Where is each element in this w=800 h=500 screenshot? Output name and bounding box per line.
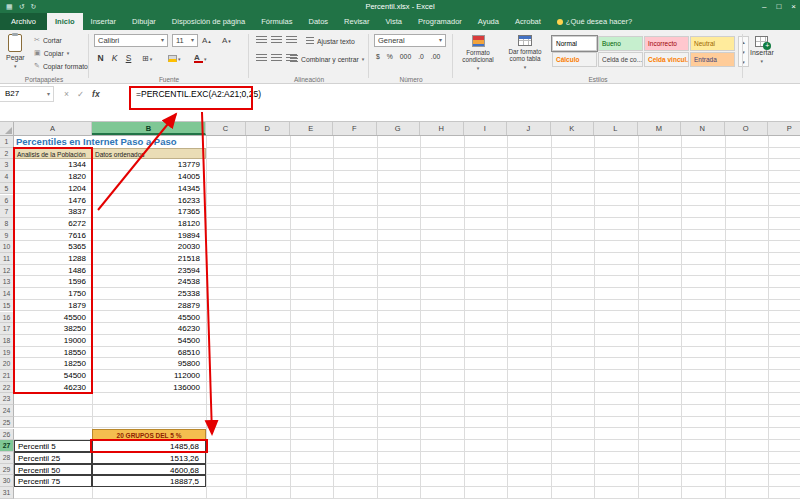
number-format-combo[interactable]: General ▾ xyxy=(374,34,446,47)
row-header-28[interactable]: 28 xyxy=(0,452,14,464)
cell-B4[interactable]: 14005 xyxy=(92,171,206,183)
cell-A11[interactable]: 1288 xyxy=(14,253,92,265)
row-header-23[interactable]: 23 xyxy=(0,393,14,405)
cell-A27-percentile-label[interactable]: Percentil 5 xyxy=(14,440,92,452)
bold-button[interactable]: N xyxy=(94,52,107,65)
ribbon-tab-f-rmulas[interactable]: Fórmulas xyxy=(253,13,300,30)
cell-B6[interactable]: 16233 xyxy=(92,195,206,207)
ribbon-tab-disposici-n-de-p-gina[interactable]: Disposición de página xyxy=(164,13,253,30)
cell-A18[interactable]: 19000 xyxy=(14,335,92,347)
decrease-font-button[interactable]: A▾ xyxy=(222,34,231,47)
format-painter-button[interactable]: ✎ Copiar formato xyxy=(34,62,88,70)
cell-B30-percentile-value[interactable]: 18887,5 xyxy=(92,475,206,487)
ribbon-tab-dibujar[interactable]: Dibujar xyxy=(124,13,164,30)
cell-style-neutral[interactable]: Neutral xyxy=(690,36,735,51)
name-box[interactable]: B27 ▾ xyxy=(0,86,54,102)
cell-B26-group-header[interactable]: 20 GRUPOS DEL 5 % xyxy=(92,429,206,441)
maximize-button[interactable]: □ xyxy=(776,0,781,13)
cell-B13[interactable]: 24538 xyxy=(92,276,206,288)
cell-B16[interactable]: 45500 xyxy=(92,312,206,324)
increase-decimal-button[interactable]: .0 xyxy=(418,53,424,60)
row-header-13[interactable]: 13 xyxy=(0,276,14,288)
paste-button[interactable]: Pegar ▾ xyxy=(6,34,25,69)
cell-A10[interactable]: 5365 xyxy=(14,241,92,253)
ribbon-tab-programador[interactable]: Programador xyxy=(410,13,470,30)
cell-style-c-lculo[interactable]: Cálculo xyxy=(552,52,597,67)
ribbon-tab-datos[interactable]: Datos xyxy=(300,13,336,30)
cell-A7[interactable]: 3837 xyxy=(14,206,92,218)
cell-B20[interactable]: 95800 xyxy=(92,358,206,370)
cell-style-incorrecto[interactable]: Incorrecto xyxy=(644,36,689,51)
cell-A13[interactable]: 1596 xyxy=(14,276,92,288)
row-header-14[interactable]: 14 xyxy=(0,288,14,300)
cell-B27-percentile-value[interactable]: 1485,68 xyxy=(92,440,206,452)
row-header-19[interactable]: 19 xyxy=(0,347,14,359)
minimize-button[interactable]: – xyxy=(762,0,766,13)
ribbon-tab-inicio[interactable]: Inicio xyxy=(47,13,83,30)
row-header-17[interactable]: 17 xyxy=(0,323,14,335)
column-header-J[interactable]: J xyxy=(507,122,551,135)
percent-button[interactable]: % xyxy=(387,53,393,60)
cell-A9[interactable]: 7616 xyxy=(14,230,92,242)
row-header-10[interactable]: 10 xyxy=(0,241,14,253)
merge-center-button[interactable]: Combinar y centrar ▾ xyxy=(290,55,364,63)
cell-A8[interactable]: 6272 xyxy=(14,218,92,230)
row-header-26[interactable]: 26 xyxy=(0,429,14,441)
cell-style-celda-vincul-[interactable]: Celda vincul... xyxy=(644,52,689,67)
underline-button[interactable]: S xyxy=(122,52,135,65)
column-header-K[interactable]: K xyxy=(551,122,595,135)
decrease-decimal-button[interactable]: .00 xyxy=(431,53,440,60)
cell-A29-percentile-label[interactable]: Percentil 50 xyxy=(14,464,92,476)
column-header-M[interactable]: M xyxy=(638,122,682,135)
ribbon-tab-archivo[interactable]: Archivo xyxy=(0,13,47,30)
column-header-I[interactable]: I xyxy=(464,122,508,135)
cell-B5[interactable]: 14345 xyxy=(92,183,206,195)
cell-B29-percentile-value[interactable]: 4600,68 xyxy=(92,464,206,476)
close-button[interactable]: × xyxy=(791,0,796,13)
column-header-D[interactable]: D xyxy=(246,122,290,135)
cell-B7[interactable]: 17365 xyxy=(92,206,206,218)
thousands-button[interactable]: 000 xyxy=(400,53,411,60)
cell-A17[interactable]: 38250 xyxy=(14,323,92,335)
row-header-2[interactable]: 2 xyxy=(0,148,14,160)
font-name-combo[interactable]: Calibri ▾ xyxy=(94,34,168,47)
cell-B22[interactable]: 136000 xyxy=(92,382,206,394)
row-header-31[interactable]: 31 xyxy=(0,487,14,499)
cell-A22[interactable]: 46230 xyxy=(14,382,92,394)
row-header-1[interactable]: 1 xyxy=(0,136,14,148)
cell-B17[interactable]: 46230 xyxy=(92,323,206,335)
tell-me-box[interactable]: ¿Qué desea hacer? xyxy=(549,13,640,30)
column-header-B[interactable]: B xyxy=(92,122,206,135)
currency-button[interactable]: $ xyxy=(376,53,380,60)
cancel-entry-icon[interactable]: × xyxy=(64,89,69,99)
cell-A30-percentile-label[interactable]: Percentil 75 xyxy=(14,475,92,487)
ribbon-tab-insertar[interactable]: Insertar xyxy=(83,13,124,30)
formula-input[interactable]: =PERCENTIL.EXC(A2:A21;0,25) xyxy=(136,86,261,102)
cell-A14[interactable]: 1750 xyxy=(14,288,92,300)
row-header-25[interactable]: 25 xyxy=(0,417,14,429)
row-header-24[interactable]: 24 xyxy=(0,405,14,417)
italic-button[interactable]: K xyxy=(108,52,121,65)
cell-B28-percentile-value[interactable]: 1513,26 xyxy=(92,452,206,464)
row-header-16[interactable]: 16 xyxy=(0,312,14,324)
cell-B3[interactable]: 13779 xyxy=(92,159,206,171)
cell-A4[interactable]: 1820 xyxy=(14,171,92,183)
row-header-6[interactable]: 6 xyxy=(0,195,14,207)
copy-button[interactable]: ▣ Copiar ▾ xyxy=(34,49,69,57)
cell-A16[interactable]: 45500 xyxy=(14,312,92,324)
ribbon-tab-acrobat[interactable]: Acrobat xyxy=(507,13,549,30)
font-color-button[interactable]: A ▾ xyxy=(194,52,207,65)
row-header-22[interactable]: 22 xyxy=(0,382,14,394)
wrap-text-button[interactable]: Ajustar texto xyxy=(306,37,355,45)
conditional-formatting-button[interactable]: Formato condicional ▾ xyxy=(456,35,500,71)
ribbon-tab-revisar[interactable]: Revisar xyxy=(336,13,377,30)
column-header-N[interactable]: N xyxy=(681,122,725,135)
cell-B14[interactable]: 25338 xyxy=(92,288,206,300)
row-header-29[interactable]: 29 xyxy=(0,464,14,476)
cell-A15[interactable]: 1879 xyxy=(14,300,92,312)
column-header-A[interactable]: A xyxy=(14,122,92,135)
borders-button[interactable]: ⊞ ▾ xyxy=(142,52,152,65)
cell-style-normal[interactable]: Normal xyxy=(552,36,597,51)
column-header-O[interactable]: O xyxy=(725,122,769,135)
cell-B12[interactable]: 23594 xyxy=(92,265,206,277)
